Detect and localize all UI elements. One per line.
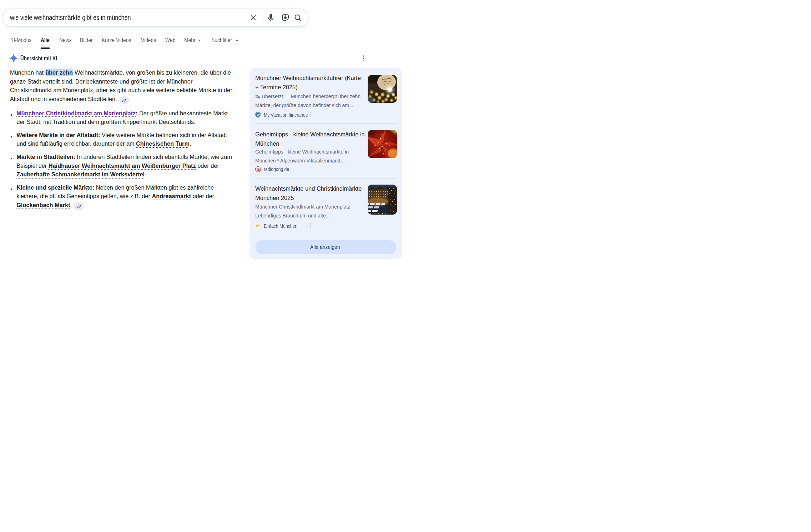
svg-text:G: G [257, 167, 260, 171]
svg-text:W: W [256, 113, 260, 117]
